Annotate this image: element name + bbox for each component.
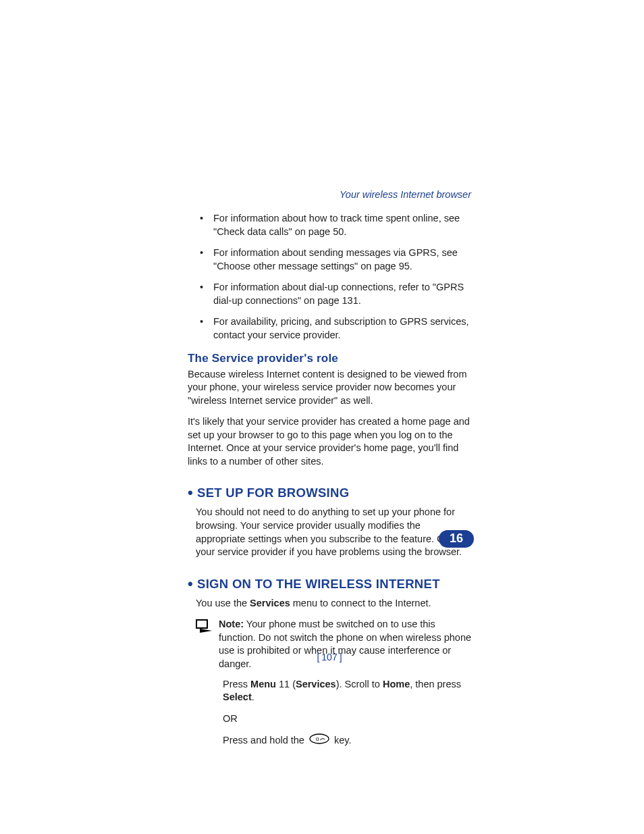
text-fragment: Press xyxy=(223,679,250,689)
paragraph: It's likely that your service provider h… xyxy=(188,415,471,468)
bracket-close: ] xyxy=(340,652,342,662)
section-heading-signon: •SIGN ON TO THE WIRELESS INTERNET xyxy=(188,575,471,593)
bullet-item: For availability, pricing, and subscript… xyxy=(188,315,471,342)
text-fragment: Press and hold the xyxy=(223,735,307,746)
section-heading-text: SET UP FOR BROWSING xyxy=(197,486,349,500)
page-container: Your wireless Internet browser For infor… xyxy=(0,0,644,834)
text-fragment: key. xyxy=(331,735,352,746)
text-fragment: , then press xyxy=(410,679,461,689)
bold-text: Services xyxy=(296,679,336,689)
bullet-item: For information about how to track time … xyxy=(188,212,471,238)
bullet-item: For information about dial-up connection… xyxy=(188,281,471,307)
running-head: Your wireless Internet browser xyxy=(188,189,471,200)
page-number: [107] xyxy=(188,652,471,662)
or-text: OR xyxy=(223,712,471,726)
svg-rect-0 xyxy=(196,620,207,628)
svg-marker-1 xyxy=(200,629,212,633)
page-number-value: 107 xyxy=(321,652,337,662)
svg-text:0: 0 xyxy=(316,736,319,742)
text-fragment: You use the xyxy=(196,598,250,608)
bullet-icon: • xyxy=(188,484,193,501)
bold-text: Home xyxy=(383,679,410,689)
section-heading-text: SIGN ON TO THE WIRELESS INTERNET xyxy=(197,577,440,591)
note-block: Note: Your phone must be switched on to … xyxy=(196,618,471,671)
svg-point-2 xyxy=(310,734,329,744)
text-fragment: ). Scroll to xyxy=(336,679,383,689)
content-column: Your wireless Internet browser For infor… xyxy=(188,189,471,756)
step-text: Press Menu 11 (Services). Scroll to Home… xyxy=(223,678,471,704)
text-fragment: 11 ( xyxy=(276,679,296,689)
step-text: Press and hold the 0 key. xyxy=(223,733,471,748)
note-text: Note: Your phone must be switched on to … xyxy=(219,618,471,671)
intro-bullet-list: For information about how to track time … xyxy=(188,212,471,342)
section-heading-setup: •SET UP FOR BROWSING xyxy=(188,484,471,502)
text-fragment: . xyxy=(252,692,254,702)
paragraph: Because wireless Internet content is des… xyxy=(188,368,471,408)
paragraph: You use the Services menu to connect to … xyxy=(196,597,471,610)
note-arrow-icon xyxy=(196,619,212,633)
bold-text: Services xyxy=(250,598,290,608)
bold-text: Menu xyxy=(250,679,276,689)
bold-text: Select xyxy=(223,692,252,702)
bracket-open: [ xyxy=(317,652,319,662)
chapter-tab: 16 xyxy=(439,530,474,548)
bullet-item: For information about sending messages v… xyxy=(188,246,471,273)
paragraph: You should not need to do anything to se… xyxy=(196,506,471,558)
bullet-icon: • xyxy=(188,575,193,592)
zero-key-icon: 0 xyxy=(309,733,329,748)
subheading-service-provider: The Service provider's role xyxy=(188,352,471,365)
note-label: Note: xyxy=(219,619,244,629)
text-fragment: menu to connect to the Internet. xyxy=(290,598,431,608)
